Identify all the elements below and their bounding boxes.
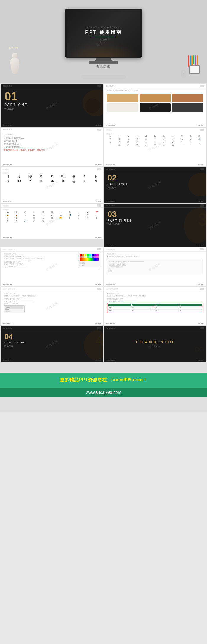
slide-7-header: 赠送图标	[1, 204, 103, 208]
icon-back: ⟲	[178, 138, 186, 140]
icon-find: ⌖	[106, 141, 115, 143]
slide-11-footer-left: PRESENTATION	[3, 323, 12, 325]
slide-4-footer: PRESENTATION 2022 . PPT	[104, 163, 206, 166]
slide-13-header: DESIGN NO.	[1, 326, 103, 330]
slide-8-header: DESIGN NO.	[104, 204, 206, 208]
monitor-sub: BY 2022	[100, 38, 107, 40]
excel-cell-3: 30	[155, 306, 179, 309]
excel-cell-7: 40	[155, 309, 179, 312]
social-ig: IG	[25, 175, 35, 178]
monitor-label: 普鸟图库	[56, 65, 151, 69]
excel-cell-8: 35	[179, 309, 202, 312]
slide-8-footer: PRESENTATION 2022 . PPT	[104, 243, 206, 247]
cp-swatch-12	[87, 256, 89, 258]
icon2-alarm: ⏰	[92, 211, 101, 213]
slide-6-icon	[200, 168, 204, 170]
slide-5-logo: 赠送图标	[3, 168, 9, 170]
slide-icons-light: 赠送图标 赠送图标 ✕ ✓ ✎ ⌕ ↺ ↻ ✉ ↗ ⊡ ⊞ ◫ ⟳ ⊗ ✦ ⊕ …	[104, 128, 206, 166]
icon2-heart: ♡	[48, 220, 56, 222]
icon2-play: ▶	[83, 211, 92, 213]
icon-fav: ♡	[151, 141, 159, 143]
icon2-tri: ▽	[83, 217, 92, 219]
social-tm: t	[80, 175, 90, 178]
social-st: ✳	[36, 179, 46, 183]
excel-row-1: 类别1 25 30 20	[108, 306, 203, 309]
slide-7-footer-left: PRESENTATION	[3, 237, 12, 238]
slide-12-content: 如何修改数据图表 双击图表进入数据编辑模式，在弹出的Excel表格中修改数据 双…	[104, 291, 206, 318]
color-swatch-4	[107, 103, 138, 112]
cp-swatch-10	[82, 256, 84, 258]
slide-9-header: 如何管理颜色应用	[1, 247, 103, 252]
spacer-before-banner	[0, 363, 207, 372]
icon2-x: ✕	[92, 214, 101, 216]
icon2-cut: ✂	[57, 211, 65, 213]
slide-2-subtitle-text: 每一张幻灯片的颜色关乎于整体工具，请仔细阅读	[107, 90, 203, 91]
cp-swatch-14	[92, 256, 94, 258]
slide-5-content: 赠送图标 f t IG in 𝐏 G+ ◉ t ⊕ ◎ Be V ✳ Sk 微 …	[1, 171, 103, 188]
tutorial-chart-steps: 双击需要修改数据的图表 —————————— 在弹出的Excel中修改数据 ——…	[107, 298, 203, 302]
social-fb: f	[3, 175, 13, 178]
text-edit-note: 选中文字后可直接替换内容	[109, 266, 202, 268]
icon-refresh: ⟳	[106, 138, 115, 140]
slide-4-section-label: 赠送图标	[106, 133, 204, 135]
social-rd: ⊕	[91, 175, 101, 178]
slide-2-icon	[200, 85, 204, 87]
icon-grid: ⊞	[124, 141, 132, 143]
social-ml: M	[91, 179, 101, 183]
tutorial-text-desc: 双击文字进入文字编辑模式，即可修改文字内容	[107, 255, 203, 258]
color-swatch-6	[172, 103, 203, 112]
icon-search: ⌕	[133, 135, 141, 138]
icon2-star: ☆	[75, 217, 83, 219]
slide-7-footer-right: 2022 . PPT	[95, 237, 101, 238]
excel-mock: A B C D 类别1 25 30 20 类别2 15 40 35	[107, 303, 203, 313]
social-tw: t	[14, 175, 24, 178]
slide-6-footer-right: 2022 . PPT	[198, 200, 204, 202]
slide-11-icon	[97, 288, 101, 290]
slide-4-footer-left: PRESENTATION	[106, 164, 116, 165]
color-edit-icon: ✎ 编辑	[78, 268, 100, 270]
icon-prev: ◁	[142, 144, 150, 146]
slide-3-footer-left: PRESENTATION	[3, 164, 12, 165]
color-swatch-3	[172, 94, 203, 102]
slide-12-footer-left: PRESENTATION	[106, 323, 116, 325]
slide-6-content: 02 PART TWO 赠送图标	[104, 171, 206, 202]
excel-cell-2: 25	[132, 306, 155, 309]
slide-8-logo: DESIGN NO.	[106, 205, 115, 207]
slide-6-footer-left: PRESENTATION	[106, 200, 116, 202]
icon2-gem: ◈	[75, 214, 83, 216]
slide-3-icon	[97, 129, 101, 131]
social-li: in	[36, 175, 46, 178]
text-edit-mockup: 多击选择需要更改内容的文本框 —————————— Aa 字体 12px 颜色 …	[107, 259, 203, 274]
cp-swatch-9	[80, 256, 82, 258]
icon2-env: ✉	[30, 217, 38, 219]
icon-arrow: ↗	[169, 138, 177, 140]
slide-12-footer: PRESENTATION 2022 . PPT	[104, 322, 206, 325]
slide-7-section-label: 赠送图标	[3, 209, 101, 210]
slides-grid: DESIGN NO. 01 PART ONE 设计规范 PRESENTATION…	[0, 83, 207, 363]
icon-chat: ▢	[151, 144, 159, 146]
excel-h4: D	[179, 304, 202, 306]
icon2-signal: 📶	[57, 217, 65, 219]
icon2-left: ⬅	[75, 211, 83, 213]
banner-dark-area: www.sucai999.com	[0, 388, 207, 397]
icon-upload: ⊻	[115, 141, 124, 143]
banner-green-text: 更多精品PPT资源尽在—sucai999.com！	[4, 377, 203, 383]
footer-gray	[0, 397, 207, 412]
slide-2-logo: DESIGN NO.	[106, 85, 115, 87]
icon-phone: ☏	[115, 144, 124, 146]
social-wc: 微	[58, 179, 68, 183]
slide-14-icon	[200, 327, 204, 329]
icon2-unlock: 🔓	[12, 214, 20, 216]
cp-swatch-7	[94, 254, 96, 256]
slide-icons-dark-set: 赠送图标 赠送图标 ☁ ⊙ ◫ ◎ ✉ ⊡ ✂ ⊞ ⬅ ▶ ⏰ 🔒 🔓 ⊕ ⊗	[1, 204, 103, 239]
slide-8-footer-left: PRESENTATION	[106, 244, 116, 246]
font-spec-lines: 封面字体: 汉仪雅酷黑 73W 标题字体: 腾讯体 数字标题字体: Prion …	[4, 137, 100, 151]
excel-cell-1: 类别1	[108, 306, 131, 309]
img-dialog-title: 更改图片	[5, 306, 23, 309]
cp-label-3: □ 字体颜色	[80, 264, 99, 266]
excel-cell-6: 15	[132, 309, 155, 312]
cp-swatch-11	[84, 256, 86, 258]
slide-part-four: DESIGN NO. 04 PART FOUR 联系方式 4 PRESENTAT…	[1, 326, 103, 362]
slide-4-header: 赠送图标	[104, 128, 206, 132]
social-dr: ◉	[69, 175, 79, 178]
